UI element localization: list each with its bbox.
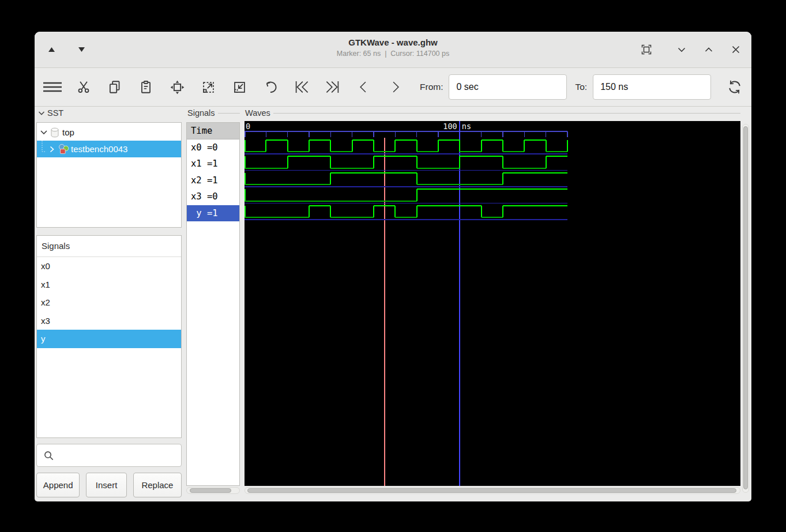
titlebar-left-controls bbox=[45, 32, 88, 67]
go-first-icon bbox=[293, 78, 310, 96]
zoom-fit-button[interactable] bbox=[167, 76, 187, 98]
tree-connector-line bbox=[37, 141, 48, 157]
titlebar-right-controls bbox=[640, 32, 742, 67]
close-icon bbox=[729, 43, 742, 56]
close-button[interactable] bbox=[729, 43, 742, 56]
svg-text:0: 0 bbox=[246, 122, 250, 131]
scrollbar-thumb[interactable] bbox=[743, 126, 748, 489]
cut-button[interactable] bbox=[74, 76, 93, 98]
main-area: SST top t bbox=[35, 107, 751, 501]
toolbar: From: To: bbox=[35, 68, 751, 107]
signals-frame-label: Signals bbox=[187, 108, 240, 118]
go-previous-button[interactable] bbox=[354, 76, 374, 98]
signal-list-item[interactable]: x0 bbox=[37, 257, 181, 276]
to-label: To: bbox=[575, 82, 587, 92]
menu-icon bbox=[43, 80, 62, 95]
copy-icon bbox=[107, 80, 122, 95]
unshade-button[interactable] bbox=[702, 43, 715, 56]
zoom-out-button[interactable] bbox=[198, 76, 218, 98]
reload-button[interactable] bbox=[725, 76, 744, 98]
signal-list-item[interactable]: x3 bbox=[37, 312, 181, 330]
svg-text:100 ns: 100 ns bbox=[443, 122, 471, 131]
scrollbar-thumb[interactable] bbox=[190, 488, 231, 493]
append-button[interactable]: Append bbox=[36, 473, 80, 497]
to-input[interactable] bbox=[593, 74, 711, 100]
expanded-chevron-icon[interactable] bbox=[40, 129, 48, 136]
go-next-icon bbox=[387, 79, 403, 95]
collapsed-chevron-icon[interactable] bbox=[48, 145, 55, 153]
signal-value-row[interactable]: x0 =0 bbox=[187, 139, 239, 156]
collapse-chevron-icon bbox=[38, 110, 45, 116]
titlebar: GTKWave - wave.ghw Marker: 65 ns | Curso… bbox=[35, 32, 751, 68]
pane-down-button[interactable] bbox=[75, 43, 88, 56]
signal-list-item[interactable]: x2 bbox=[37, 293, 181, 312]
signal-list-item-selected[interactable]: y bbox=[37, 330, 181, 348]
tree-row-testbench[interactable]: testbench0043 bbox=[37, 141, 181, 157]
insert-button[interactable]: Insert bbox=[86, 473, 126, 497]
tree-item-label[interactable]: top bbox=[62, 127, 74, 137]
testbench-package-icon bbox=[58, 143, 70, 155]
signal-value-row[interactable]: x1 =1 bbox=[187, 156, 239, 172]
time-header[interactable]: Time bbox=[187, 123, 239, 139]
sst-header[interactable]: SST bbox=[38, 108, 63, 118]
go-last-icon bbox=[324, 78, 341, 96]
cut-icon bbox=[76, 80, 91, 95]
signal-browser: Signals x0 x1 x2 x3 y bbox=[36, 235, 182, 438]
frame-line bbox=[273, 113, 740, 114]
fullscreen-button[interactable] bbox=[640, 43, 653, 56]
scope-cylinder-icon bbox=[50, 127, 60, 138]
signals-panel: Time x0 =0 x1 =1 x2 =1 x3 =0 y =1 bbox=[186, 122, 240, 486]
wave-canvas[interactable]: 0100 ns bbox=[245, 121, 740, 486]
scrollbar-thumb[interactable] bbox=[247, 488, 736, 493]
menu-button[interactable] bbox=[43, 76, 62, 98]
zoom-out-icon bbox=[201, 80, 216, 95]
go-next-button[interactable] bbox=[385, 76, 405, 98]
triangle-up-icon bbox=[48, 46, 55, 53]
replace-button[interactable]: Replace bbox=[133, 473, 182, 497]
signal-value-row[interactable]: x2 =1 bbox=[187, 172, 239, 189]
frame-line bbox=[218, 113, 240, 114]
waves-panel-title: Waves bbox=[245, 108, 270, 118]
go-previous-icon bbox=[356, 79, 372, 95]
undo-icon bbox=[263, 80, 279, 95]
waves-vscrollbar[interactable] bbox=[742, 124, 749, 493]
pane-up-button[interactable] bbox=[45, 43, 58, 56]
signal-action-buttons: Append Insert Replace bbox=[36, 473, 182, 497]
screen: { "window": { "title": "GTKWave - wave.g… bbox=[0, 0, 786, 532]
go-first-button[interactable] bbox=[292, 76, 311, 98]
fullscreen-icon bbox=[640, 43, 653, 56]
from-label: From: bbox=[420, 82, 443, 92]
tree-item-label[interactable]: testbench0043 bbox=[71, 144, 127, 154]
paste-button[interactable] bbox=[136, 76, 156, 98]
chevron-up-icon bbox=[702, 43, 715, 56]
signal-search[interactable] bbox=[36, 444, 182, 467]
shade-button[interactable] bbox=[675, 43, 688, 56]
from-input[interactable] bbox=[449, 74, 567, 100]
waveform-plot[interactable]: 0100 ns bbox=[245, 121, 740, 486]
triangle-down-icon bbox=[78, 46, 85, 53]
signal-browser-header: Signals bbox=[37, 236, 181, 257]
go-last-button[interactable] bbox=[323, 76, 343, 98]
signal-list-item[interactable]: x1 bbox=[37, 276, 181, 294]
sst-title: SST bbox=[47, 108, 63, 118]
copy-button[interactable] bbox=[105, 76, 125, 98]
paste-icon bbox=[138, 80, 153, 95]
undo-button[interactable] bbox=[261, 76, 280, 98]
signal-value-row[interactable]: x3 =0 bbox=[187, 188, 239, 205]
signals-hscrollbar[interactable] bbox=[186, 487, 240, 494]
search-input[interactable] bbox=[55, 445, 181, 466]
tree-row-top[interactable]: top bbox=[37, 124, 181, 141]
signals-panel-title: Signals bbox=[187, 108, 215, 118]
gtkwave-window: GTKWave - wave.ghw Marker: 65 ns | Curso… bbox=[35, 32, 751, 501]
zoom-in-icon bbox=[232, 80, 247, 95]
signal-value-row-selected[interactable]: y =1 bbox=[187, 205, 239, 222]
zoom-fit-icon bbox=[170, 80, 185, 95]
reload-icon bbox=[726, 78, 743, 96]
sst-tree: top testbench0043 bbox=[36, 122, 182, 228]
waves-frame-label: Waves bbox=[245, 108, 740, 118]
search-icon bbox=[43, 450, 55, 462]
waves-hscrollbar[interactable] bbox=[245, 487, 740, 494]
zoom-in-button[interactable] bbox=[230, 76, 249, 98]
chevron-down-icon bbox=[675, 43, 688, 56]
